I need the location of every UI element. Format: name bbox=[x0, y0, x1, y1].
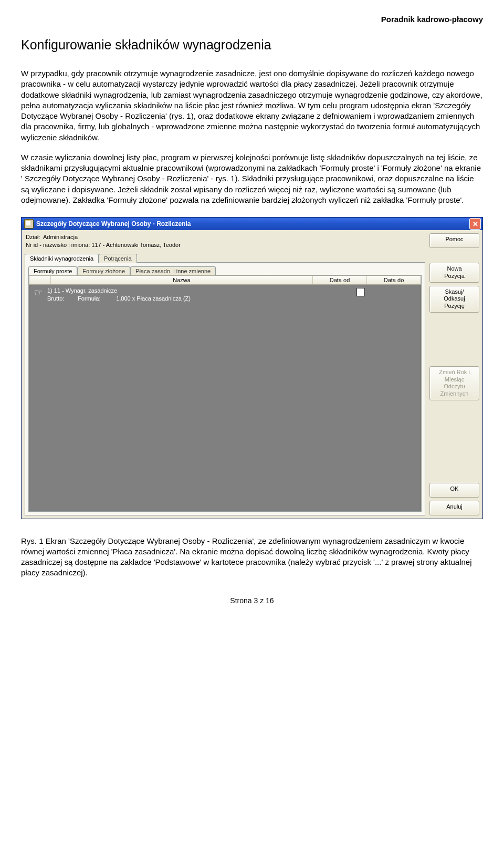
inner-tabs: Formuły proste Formuły złożone Płaca zas… bbox=[28, 266, 422, 275]
tab-formuly-proste[interactable]: Formuły proste bbox=[28, 266, 77, 275]
hand-pointer-icon: ☞ bbox=[33, 287, 44, 298]
ok-button[interactable]: OK bbox=[429, 483, 479, 498]
page-title: Konfigurowanie składników wynagrodzenia bbox=[21, 37, 483, 53]
close-icon[interactable]: ✕ bbox=[469, 218, 481, 230]
tab-potracenia[interactable]: Potrącenia bbox=[99, 254, 137, 263]
tab-formuly-zlozone[interactable]: Formuły złożone bbox=[77, 266, 130, 275]
inner-tab-content: Nazwa Data od Data do ☞ 1) 11 - Wynagr. … bbox=[28, 275, 422, 512]
app-icon bbox=[24, 219, 34, 229]
app-window: Szczegóły Dotyczące Wybranej Osoby - Roz… bbox=[21, 217, 483, 519]
change-year-month-button: Zmień Rok i Miesiąc Odczytu Zmiennych bbox=[429, 366, 479, 400]
grid-row[interactable]: ☞ 1) 11 - Wynagr. zasadnicze Brutto: For… bbox=[29, 285, 421, 304]
col-nazwa: Nazwa bbox=[51, 276, 313, 284]
window-title: Szczegóły Dotyczące Wybranej Osoby - Roz… bbox=[36, 220, 191, 228]
tab-skladniki[interactable]: Składniki wynagrodzenia bbox=[25, 254, 99, 263]
outer-tab-content: Formuły proste Formuły złożone Płaca zas… bbox=[25, 262, 425, 515]
help-button[interactable]: Pomoc bbox=[429, 233, 479, 248]
cancel-button[interactable]: Anuluj bbox=[429, 501, 479, 515]
delete-item-button[interactable]: Skasuj/ Odkasuj Pozycję bbox=[429, 286, 479, 313]
outer-tabs: Składniki wynagrodzenia Potrącenia bbox=[25, 253, 425, 262]
info-dept: Dział: Administracja bbox=[25, 233, 425, 241]
doc-header: Poradnik kadrowo-płacowy bbox=[21, 15, 483, 24]
info-person: Nr id - nazwisko i imiona: 117 - Achteno… bbox=[25, 241, 425, 249]
col-data-od: Data od bbox=[313, 276, 367, 284]
row-checkbox[interactable] bbox=[356, 288, 365, 296]
col-data-do: Data do bbox=[367, 276, 421, 284]
tab-placa-zasadn[interactable]: Płaca zasadn. i inne zmienne bbox=[130, 266, 216, 275]
grid-header: Nazwa Data od Data do bbox=[29, 275, 421, 285]
page-footer: Strona 3 z 16 bbox=[21, 596, 483, 605]
paragraph-2: W czasie wyliczania dowolnej listy płac,… bbox=[21, 152, 483, 205]
figure-caption: Rys. 1 Ekran 'Szczegóły Dotyczące Wybran… bbox=[21, 536, 483, 579]
grid-body[interactable]: ☞ 1) 11 - Wynagr. zasadnicze Brutto: For… bbox=[29, 285, 421, 511]
row-text: 1) 11 - Wynagr. zasadnicze Brutto: Formu… bbox=[47, 287, 353, 303]
titlebar: Szczegóły Dotyczące Wybranej Osoby - Roz… bbox=[22, 218, 482, 230]
new-item-button[interactable]: Nowa Pozycja bbox=[429, 263, 479, 283]
paragraph-1: W przypadku, gdy pracownik otrzymuje wyn… bbox=[21, 68, 483, 143]
side-buttons: Pomoc Nowa Pozycja Skasuj/ Odkasuj Pozyc… bbox=[428, 230, 482, 519]
